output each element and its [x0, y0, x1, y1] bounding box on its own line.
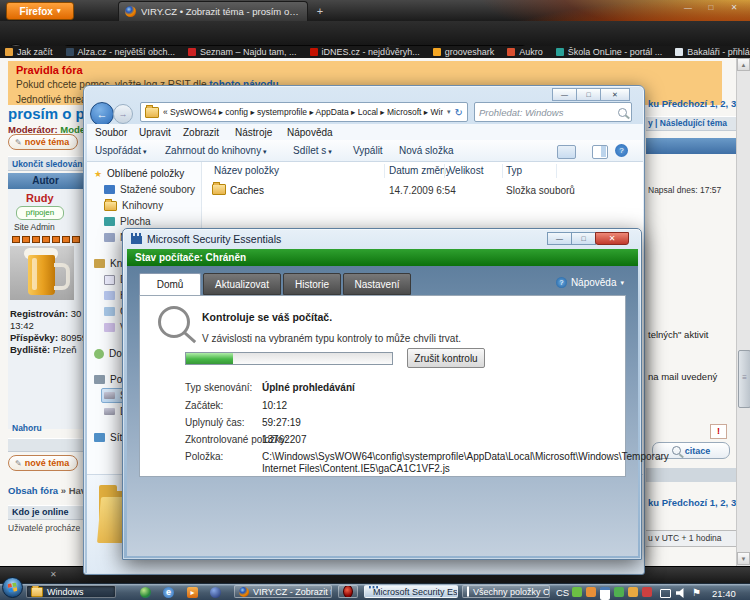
nav-libraries-fav[interactable]: Knihovny: [104, 200, 163, 211]
location-value: Plzeň: [53, 344, 77, 355]
back-button[interactable]: [90, 102, 114, 126]
nav-network[interactable]: Síť: [94, 432, 123, 443]
messenger-icon[interactable]: [210, 587, 221, 598]
taskbar-button-firefox[interactable]: VIRY.CZ - Zobrazit té...: [234, 585, 332, 598]
drive-icon: [104, 408, 115, 415]
bookmarks-bar: Jak začít Alza.cz - největší obch... Sez…: [0, 46, 750, 58]
help-icon[interactable]: [615, 144, 628, 157]
menu-zobrazit[interactable]: Zobrazit: [183, 127, 219, 138]
close-button[interactable]: [600, 88, 630, 101]
internet-explorer-icon[interactable]: [163, 587, 174, 598]
minimize-button[interactable]: [678, 2, 698, 14]
forum-home-link[interactable]: Obsah fóra: [8, 485, 58, 496]
post-text-fragment: na mail uvedený: [648, 372, 717, 382]
firefox-favicon-icon: [125, 6, 136, 17]
clock[interactable]: 21:40: [712, 588, 736, 599]
search-box[interactable]: Prohledat: Windows: [474, 102, 632, 122]
column-name[interactable]: Název položky: [214, 165, 279, 176]
tray-icon-orange[interactable]: [586, 587, 596, 597]
start-button[interactable]: [2, 577, 23, 598]
taskbar-button-control-panel[interactable]: Všechny položky Ovl...: [462, 585, 550, 598]
new-topic-button[interactable]: nové téma: [8, 134, 78, 150]
forward-button[interactable]: [113, 104, 133, 124]
maximize-button[interactable]: [571, 232, 596, 245]
tray-icon-window[interactable]: [600, 587, 610, 600]
tab-update[interactable]: Aktualizovat: [203, 273, 281, 295]
page-scrollbar[interactable]: [736, 58, 750, 566]
share-with-button[interactable]: Sdílet s: [293, 145, 332, 156]
browser-tab[interactable]: VIRY.CZ • Zobrazit téma - prosím o pomo.…: [118, 1, 308, 21]
quicklaunch-icon[interactable]: [140, 587, 151, 598]
menu-nastroje[interactable]: Nástroje: [235, 127, 272, 138]
unsubscribe-link[interactable]: Ukončit sledování: [12, 159, 85, 169]
chevron-down-icon: ▾: [57, 7, 61, 15]
tray-icon-speaker-red[interactable]: [642, 587, 652, 597]
username[interactable]: Rudy: [26, 193, 54, 204]
close-button[interactable]: [724, 2, 744, 14]
desktop: Firefox▾ VIRY.CZ • Zobrazit téma - prosí…: [0, 0, 750, 600]
help-menu[interactable]: ? Nápověda ▾: [556, 277, 624, 288]
tab-history[interactable]: Historie: [283, 273, 341, 295]
views-icon[interactable]: [557, 145, 576, 159]
bookmark-item[interactable]: Alza.cz - největší obch...: [66, 47, 176, 57]
bookmark-item[interactable]: Seznam – Najdu tam, ...: [188, 47, 297, 57]
preview-pane-icon[interactable]: [592, 145, 608, 159]
column-type[interactable]: Typ: [506, 165, 522, 176]
include-in-library-button[interactable]: Zahrnout do knihovny: [165, 145, 267, 156]
menu-upravit[interactable]: Upravit: [139, 127, 171, 138]
volume-icon[interactable]: [676, 588, 686, 598]
bookmark-item[interactable]: iDNES.cz - nejdůvěryh...: [310, 47, 420, 57]
menu-soubor[interactable]: Soubor: [95, 127, 127, 138]
taskbar-button-windows[interactable]: Windows: [26, 585, 116, 598]
pagination[interactable]: ku Předchozí 1, 2, 3: [648, 99, 736, 109]
action-center-flag-icon[interactable]: [692, 588, 701, 598]
network-icon[interactable]: [660, 589, 671, 598]
refresh-icon[interactable]: [455, 107, 463, 118]
pagination-bottom[interactable]: ku Předchozí 1, 2, 3: [648, 498, 736, 508]
maximize-button[interactable]: [701, 2, 721, 14]
taskbar-button-red-app[interactable]: [338, 585, 358, 598]
minimize-button[interactable]: [552, 88, 577, 101]
burn-button[interactable]: Vypálit: [353, 145, 383, 156]
address-bar[interactable]: « SysWOW64 ▸ config ▸ systemprofile ▸ Ap…: [140, 102, 468, 122]
scroll-up-icon[interactable]: [737, 58, 750, 71]
downloads-icon: [104, 185, 115, 194]
close-button[interactable]: [595, 232, 629, 245]
tray-icon-shield[interactable]: [614, 587, 624, 597]
nav-favorites[interactable]: Oblíbené položky: [94, 168, 184, 179]
close-addon-bar-icon[interactable]: [50, 571, 57, 579]
cancel-scan-button[interactable]: Zrušit kontrolu: [407, 348, 485, 368]
organize-button[interactable]: Uspořádat: [95, 145, 147, 156]
tray-icon-green[interactable]: [572, 587, 582, 597]
tray-icon-home[interactable]: [628, 587, 638, 597]
tab-settings[interactable]: Nastavení: [343, 273, 411, 295]
column-size[interactable]: Velikost: [449, 165, 483, 176]
maximize-button[interactable]: [576, 88, 601, 101]
scrollbar-thumb[interactable]: [738, 350, 750, 408]
firefox-menu-button[interactable]: Firefox▾: [6, 2, 74, 20]
scroll-down-icon[interactable]: [737, 552, 750, 565]
top-link[interactable]: Nahoru: [12, 424, 42, 433]
language-indicator[interactable]: CS: [556, 588, 569, 598]
column-date[interactable]: Datum změny: [389, 165, 451, 176]
new-topic-button-bottom[interactable]: nové téma: [8, 455, 78, 471]
address-dropdown-icon[interactable]: [447, 108, 451, 116]
bookmark-item[interactable]: Aukro: [507, 47, 543, 57]
new-folder-button[interactable]: Nová složka: [399, 145, 453, 156]
bookmark-item[interactable]: Škola OnLine - portál ...: [556, 47, 663, 57]
media-player-icon[interactable]: [187, 587, 198, 598]
tab-home[interactable]: Domů: [139, 273, 201, 295]
nav-desktop[interactable]: Plocha: [104, 216, 151, 227]
desktop-icon: [104, 217, 115, 226]
bookmark-item[interactable]: grooveshark: [433, 47, 495, 57]
bookmark-item[interactable]: Jak začít: [5, 47, 53, 57]
new-tab-button[interactable]: [312, 4, 328, 18]
next-topic-link[interactable]: y | Následující téma: [648, 119, 727, 128]
minimize-button[interactable]: [547, 232, 572, 245]
menu-napoveda[interactable]: Nápověda: [287, 127, 333, 138]
table-header-bar: [646, 138, 736, 154]
report-post-icon[interactable]: [710, 424, 727, 439]
bookmark-item[interactable]: Bakaláři - přihlášení: [675, 47, 750, 57]
nav-downloads[interactable]: Stažené soubory: [104, 184, 195, 195]
taskbar-button-mse[interactable]: Microsoft Security Es...: [364, 585, 458, 598]
